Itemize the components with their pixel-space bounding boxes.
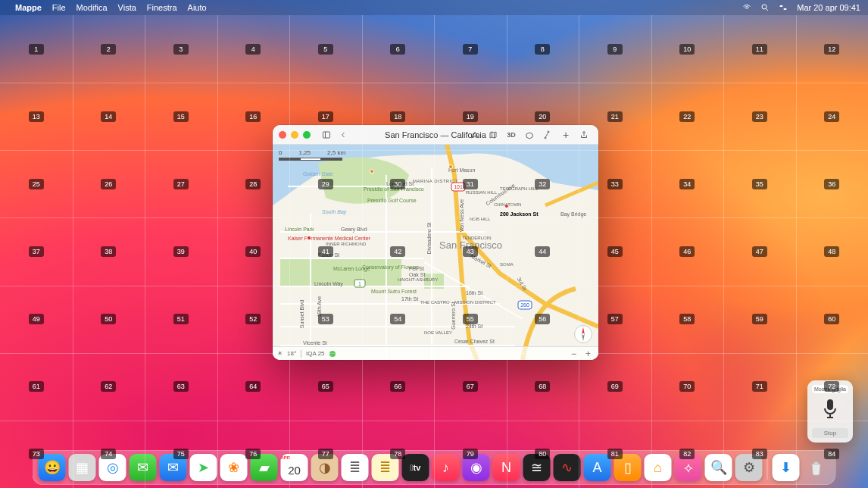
dock-launchpad-icon[interactable]: ▦	[69, 454, 96, 481]
weather-icon[interactable]: ☀	[277, 350, 283, 357]
share-icon[interactable]	[577, 128, 591, 142]
dock-contacts-icon[interactable]: ◑	[311, 454, 339, 481]
titlebar[interactable]: San Francisco — California 3D +	[273, 125, 598, 145]
dock-podcasts-icon[interactable]: ◉	[463, 454, 490, 481]
menu-file[interactable]: File	[52, 3, 66, 12]
dock-reminders-icon[interactable]: ≣	[342, 454, 369, 481]
menubar-clock[interactable]: Mar 20 apr 09:41	[797, 3, 860, 12]
view-3d-button[interactable]: 3D	[504, 128, 518, 142]
grid-cell-label: 36	[824, 179, 839, 189]
menu-help[interactable]: Aiuto	[188, 3, 207, 12]
label-russian: RUSSIAN HILL	[466, 190, 497, 195]
label-chinatown: CHINATOWN	[494, 202, 521, 207]
dock-music-icon[interactable]: ♪	[432, 454, 460, 481]
dock-downloads-icon[interactable]: ⬇	[773, 454, 800, 481]
grid-line	[0, 83, 868, 83]
dock-maps-icon[interactable]: ➤	[190, 454, 217, 481]
svg-rect-1	[780, 5, 783, 7]
aqi-label: IQA 25	[306, 350, 324, 357]
zoom-out-button[interactable]: −	[568, 349, 579, 359]
grid-cell-label: 11	[752, 44, 767, 55]
grid-cell-label: 16	[245, 111, 261, 122]
control-center-icon[interactable]	[779, 3, 788, 12]
grid-cell-label: 71	[752, 381, 767, 392]
dock-photos-icon[interactable]: ❀	[220, 454, 248, 481]
grid-cell-label: 24	[824, 111, 839, 122]
label-nob: NOB HILL	[470, 217, 490, 221]
grid-cell-label: 61	[29, 381, 44, 392]
dock-notes-icon[interactable]: ≣	[372, 454, 399, 481]
dock-trash-icon[interactable]	[803, 454, 830, 481]
dock-shortcuts-icon[interactable]: ⟡	[675, 454, 702, 481]
menu-window[interactable]: Finestra	[147, 3, 177, 12]
label-24th: 24th St	[466, 324, 482, 329]
label-lincoln-park: Lincoln Park	[285, 227, 314, 232]
map-canvas[interactable]: 1 101 280 San Francisco Golden Gate Sout…	[273, 145, 598, 360]
map-mode-icon[interactable]	[486, 128, 500, 142]
dock-messages-icon[interactable]: ✉	[130, 454, 157, 481]
grid-cell-label: 38	[101, 246, 116, 257]
poi-marker[interactable]	[307, 236, 311, 240]
grid-cell-label: 57	[607, 314, 623, 324]
voice-control-widget[interactable]: Mostra griglia Stop	[807, 380, 853, 443]
label-oak: Oak St	[409, 272, 425, 277]
svg-text:1: 1	[358, 281, 361, 286]
label-vanness: Van Ness Ave	[459, 199, 464, 232]
compass-icon[interactable]	[574, 325, 592, 343]
label-city: San Francisco	[439, 239, 502, 251]
grid-cell-label: 13	[29, 111, 44, 122]
grid-cell-label: 20	[535, 111, 550, 122]
grid-cell-label: 47	[752, 246, 767, 257]
dock-appstore-icon[interactable]: A	[584, 454, 611, 481]
label-golf: Presidio Golf Course	[367, 198, 417, 203]
microphone-icon[interactable]	[812, 398, 848, 424]
label-marina: MARINA DISTRICT	[413, 179, 458, 183]
close-button[interactable]	[279, 131, 286, 139]
dock-books-icon[interactable]: ▯	[614, 454, 642, 481]
dock-safari-icon[interactable]: ◎	[99, 454, 126, 481]
menu-app[interactable]: Mappe	[15, 3, 42, 12]
poi-marker[interactable]	[448, 164, 453, 169]
route-icon[interactable]	[541, 128, 554, 142]
dock-home-icon[interactable]: ⌂	[645, 454, 672, 481]
zoom-in-button[interactable]: +	[582, 349, 594, 359]
label-19th: 19th Ave	[317, 296, 322, 317]
grid-line	[145, 15, 145, 488]
chevron-left-icon[interactable]	[336, 128, 350, 142]
menu-edit[interactable]: Modifica	[76, 3, 108, 12]
grid-cell-label: 58	[679, 314, 695, 324]
dock-voice-memos-icon[interactable]: ∿	[554, 454, 581, 481]
grid-cell-label: 34	[679, 179, 695, 189]
dock-mail-icon[interactable]: ✉	[160, 454, 187, 481]
directions-icon[interactable]	[468, 128, 482, 142]
grid-cell-label: 66	[390, 381, 405, 392]
dock-calendar-icon[interactable]: APR20	[281, 454, 308, 481]
minimize-button[interactable]	[291, 131, 298, 139]
dock-news-icon[interactable]: N	[493, 454, 520, 481]
voice-footer[interactable]: Stop	[812, 428, 848, 438]
grid-cell-label: 64	[245, 381, 261, 392]
sidebar-toggle-icon[interactable]	[320, 128, 333, 142]
dock-tv-icon[interactable]: tv	[402, 454, 429, 481]
poi-marker[interactable]	[370, 169, 374, 174]
look-around-icon[interactable]	[523, 128, 536, 142]
dock-facetime-icon[interactable]: ▰	[251, 454, 278, 481]
dock-settings-icon[interactable]: ⚙	[735, 454, 763, 481]
grid-cell-label: 4	[245, 44, 261, 55]
search-icon[interactable]	[760, 3, 770, 12]
zoom-button[interactable]	[303, 131, 311, 139]
grid-cell-label: 23	[752, 111, 767, 122]
menu-view[interactable]: Vista	[118, 3, 136, 12]
aqi-dot-icon	[329, 351, 336, 357]
dock-stocks-icon[interactable]: ≅	[523, 454, 551, 481]
add-icon[interactable]: +	[559, 128, 573, 142]
grid-cell-label: 46	[679, 246, 695, 257]
dock-preview-icon[interactable]: 🔍	[705, 454, 732, 481]
svg-text:101: 101	[454, 184, 463, 189]
wifi-icon[interactable]	[742, 3, 751, 12]
dock-finder-icon[interactable]: 😀	[39, 454, 66, 481]
grid-cell-label: 5	[318, 44, 333, 55]
label-guerrero: Guerrero St	[451, 302, 456, 330]
scale-bar: 0 1,25 2,5 km	[279, 149, 345, 161]
grid-cell-label: 27	[173, 179, 189, 189]
